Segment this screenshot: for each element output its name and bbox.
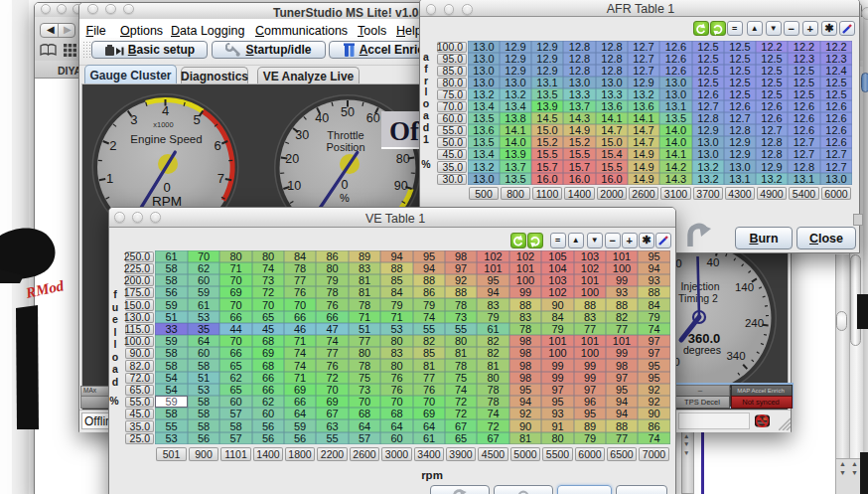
svg-text:3: 3 <box>130 112 137 127</box>
svg-text:7: 7 <box>217 171 224 186</box>
svg-text:30: 30 <box>295 128 309 142</box>
svg-text:x1000: x1000 <box>153 120 173 129</box>
svg-text:140: 140 <box>735 281 754 293</box>
svg-text:340: 340 <box>726 350 745 362</box>
svg-text:1: 1 <box>106 171 113 186</box>
svg-text:240: 240 <box>745 317 764 329</box>
svg-text:2: 2 <box>109 138 116 153</box>
svg-text:5: 5 <box>194 112 201 127</box>
svg-text:4: 4 <box>162 103 169 118</box>
svg-text:6: 6 <box>215 138 221 153</box>
svg-text:degrees: degrees <box>683 344 721 356</box>
svg-text:Engine Speed: Engine Speed <box>130 133 202 145</box>
svg-text:40: 40 <box>707 256 720 268</box>
svg-text:90: 90 <box>394 179 408 193</box>
svg-text:%: % <box>340 192 350 204</box>
svg-text:Injection: Injection <box>680 280 719 292</box>
svg-text:10: 10 <box>287 179 301 193</box>
svg-text:0: 0 <box>342 178 349 192</box>
svg-text:20: 20 <box>285 152 299 166</box>
